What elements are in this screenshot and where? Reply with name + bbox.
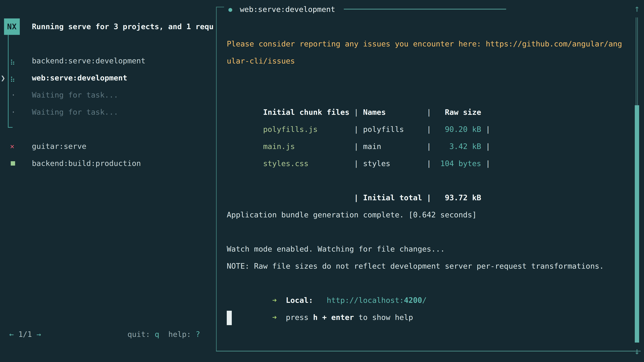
col-header-size: Raw size bbox=[436, 104, 481, 121]
quit-key: q bbox=[155, 330, 159, 339]
column-separator: | bbox=[427, 155, 436, 172]
blank-line bbox=[227, 69, 632, 87]
terminal-output: Please consider reporting any issues you… bbox=[227, 35, 632, 326]
help-hint-pre: press bbox=[286, 313, 308, 322]
panel-border-left bbox=[216, 7, 217, 352]
dot-icon: · bbox=[11, 104, 16, 121]
task-sidebar: NX Running serve for 3 projects, and 1 r… bbox=[0, 0, 216, 362]
dot-icon: · bbox=[11, 86, 16, 104]
notice-text: ular-cli/issues bbox=[227, 56, 295, 65]
pager: ←1/1→ bbox=[9, 326, 41, 343]
status-dot-icon: ● bbox=[228, 1, 232, 17]
output-line-notice: Please consider reporting any issues you… bbox=[227, 35, 632, 52]
column-separator: | bbox=[354, 189, 363, 206]
panel-header-rule bbox=[344, 9, 506, 9]
task-row-backend-serve[interactable]: ⣦ backend:serve:development bbox=[0, 52, 216, 69]
output-line-note: NOTE: Raw file sizes do not reflect deve… bbox=[227, 258, 632, 275]
chunk-name: main bbox=[363, 138, 427, 155]
help-key: ? bbox=[196, 330, 200, 339]
task-tree-corner bbox=[8, 127, 12, 128]
column-separator: | bbox=[427, 121, 436, 138]
output-line-watch-mode: Watch mode enabled. Watching for file ch… bbox=[227, 241, 632, 258]
column-separator: | bbox=[427, 104, 436, 121]
task-row-waiting-1[interactable]: · Waiting for task... bbox=[0, 86, 216, 104]
chunk-file: styles.css bbox=[263, 155, 354, 172]
task-row-guitar-serve[interactable]: ✕ guitar:serve bbox=[0, 138, 216, 155]
task-label: backend:serve:development bbox=[32, 52, 146, 69]
total-label: Initial total bbox=[363, 189, 427, 206]
column-separator: | bbox=[354, 121, 363, 138]
terminal-cursor[interactable] bbox=[227, 311, 232, 325]
x-icon: ✕ bbox=[10, 138, 14, 155]
note-text: NOTE: Raw file sizes do not reflect deve… bbox=[227, 262, 604, 271]
chunk-size: 104 bytes bbox=[436, 155, 481, 172]
prompt-arrow-icon: ➜ bbox=[272, 313, 277, 322]
help-label: help: bbox=[168, 330, 191, 339]
column-separator: | bbox=[354, 138, 363, 155]
output-line-notice-wrap: ular-cli/issues bbox=[227, 52, 632, 69]
chunk-name: polyfills bbox=[363, 121, 427, 138]
task-row-waiting-2[interactable]: · Waiting for task... bbox=[0, 104, 216, 121]
pager-count: 1/1 bbox=[18, 330, 32, 339]
chunk-size: 90.20 kB bbox=[436, 121, 481, 138]
sidebar-bottom-bar: ←1/1→ quit:qhelp:? bbox=[0, 326, 216, 343]
square-icon bbox=[11, 161, 15, 166]
task-label: backend:build:production bbox=[32, 155, 141, 172]
output-panel: ● web:serve:development Please consider … bbox=[216, 0, 644, 362]
output-line-local-url: ➜Local:http://localhost:4200/ bbox=[227, 275, 632, 292]
prev-page-icon[interactable]: ← bbox=[9, 330, 14, 339]
chunk-file: polyfills.js bbox=[263, 121, 354, 138]
url-port: 4200 bbox=[404, 296, 422, 305]
task-label: Waiting for task... bbox=[32, 86, 118, 104]
url-slash: / bbox=[422, 296, 427, 305]
page-title: Running serve for 3 projects, and 1 requ bbox=[32, 18, 216, 35]
panel-border-bottom bbox=[216, 351, 641, 352]
selected-chevron-icon: ❯ bbox=[1, 69, 5, 86]
column-separator: | bbox=[427, 189, 436, 206]
chunk-size: 3.42 kB bbox=[436, 138, 481, 155]
col-header-files: Initial chunk files bbox=[263, 104, 354, 121]
spinner-icon: ⣦ bbox=[10, 52, 15, 69]
url-prefix: http://localhost: bbox=[327, 296, 404, 305]
column-separator: | bbox=[354, 155, 363, 172]
scroll-up-icon[interactable]: ↑ bbox=[632, 3, 642, 14]
scrollbar-thumb[interactable] bbox=[635, 105, 639, 343]
next-page-icon[interactable]: → bbox=[36, 330, 41, 339]
scroll-down-icon[interactable]: ↓ bbox=[632, 346, 642, 357]
panel-border-top bbox=[216, 7, 224, 7]
nx-logo-badge: NX bbox=[4, 18, 20, 35]
output-line-bundle-complete: Application bundle generation complete. … bbox=[227, 206, 632, 223]
task-label: guitar:serve bbox=[32, 138, 86, 155]
watch-mode-text: Watch mode enabled. Watching for file ch… bbox=[227, 245, 445, 253]
nx-tui-screen: NX Running serve for 3 projects, and 1 r… bbox=[0, 0, 644, 362]
chunk-name: styles bbox=[363, 155, 427, 172]
spinner-icon: ⣦ bbox=[10, 69, 15, 86]
table-total-row: |Initial total|93.72 kB bbox=[227, 172, 632, 189]
column-separator: | bbox=[354, 104, 363, 121]
chunk-table-header: Initial chunk files|Names|Raw size bbox=[227, 87, 632, 104]
total-size: 93.72 kB bbox=[436, 189, 481, 206]
bundle-complete-text: Application bundle generation complete. … bbox=[227, 210, 477, 219]
panel-title: web:serve:development bbox=[240, 1, 335, 17]
task-row-backend-build[interactable]: backend:build:production bbox=[0, 155, 216, 172]
row-end-separator: | bbox=[481, 121, 490, 138]
row-end-separator: | bbox=[481, 138, 490, 155]
row-end-separator: | bbox=[481, 155, 490, 172]
local-label: Local: bbox=[286, 296, 313, 305]
chunk-file: main.js bbox=[263, 138, 354, 155]
quit-label: quit: bbox=[128, 330, 150, 339]
notice-text: Please consider reporting any issues you… bbox=[227, 39, 622, 48]
help-hint-keys: h + enter bbox=[313, 313, 354, 322]
local-url[interactable]: http://localhost:4200/ bbox=[327, 296, 427, 305]
column-separator: | bbox=[427, 138, 436, 155]
task-label-selected: web:serve:development bbox=[32, 69, 127, 86]
col-header-names: Names bbox=[363, 104, 427, 121]
key-hints: quit:qhelp:? bbox=[128, 326, 200, 343]
help-hint-post: to show help bbox=[358, 313, 413, 322]
prompt-arrow-icon: ➜ bbox=[272, 296, 277, 305]
task-row-web-serve[interactable]: ❯ ⣦ web:serve:development bbox=[0, 69, 216, 86]
blank-line bbox=[227, 223, 632, 241]
task-label: Waiting for task... bbox=[32, 104, 118, 121]
